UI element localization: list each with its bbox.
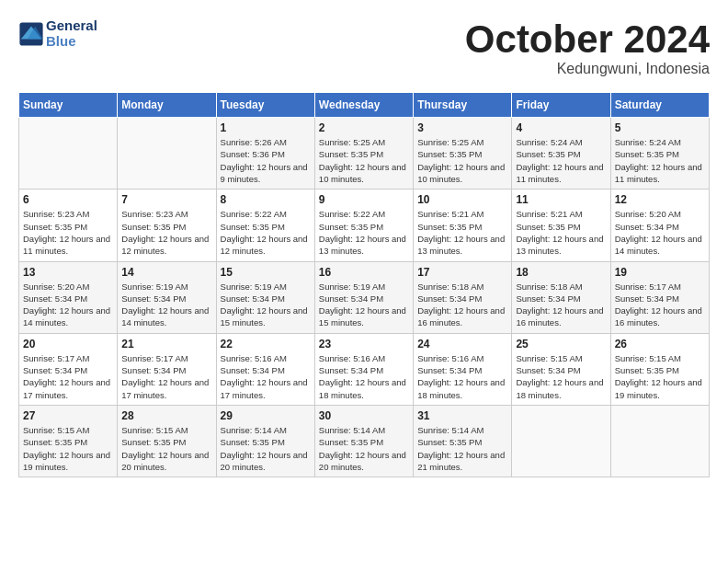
- day-number: 6: [23, 193, 113, 206]
- day-number: 4: [516, 121, 606, 134]
- day-number: 14: [121, 266, 211, 279]
- logo-line2: Blue: [46, 34, 97, 50]
- day-number: 27: [23, 409, 113, 422]
- cell-details: Sunrise: 5:18 AM Sunset: 5:34 PM Dayligh…: [516, 281, 606, 329]
- calendar-week-row: 27Sunrise: 5:15 AM Sunset: 5:35 PM Dayli…: [19, 405, 710, 477]
- day-number: 28: [121, 409, 211, 422]
- day-number: 29: [221, 409, 311, 422]
- calendar-cell: 4Sunrise: 5:24 AM Sunset: 5:35 PM Daylig…: [512, 118, 610, 190]
- calendar-cell: 10Sunrise: 5:21 AM Sunset: 5:35 PM Dayli…: [414, 190, 512, 261]
- day-number: 21: [121, 338, 211, 350]
- cell-details: Sunrise: 5:25 AM Sunset: 5:35 PM Dayligh…: [417, 136, 507, 185]
- cell-details: Sunrise: 5:20 AM Sunset: 5:34 PM Dayligh…: [23, 281, 113, 329]
- cell-details: Sunrise: 5:23 AM Sunset: 5:35 PM Dayligh…: [23, 208, 113, 257]
- column-header-saturday: Saturday: [610, 93, 709, 118]
- calendar-cell: 15Sunrise: 5:19 AM Sunset: 5:34 PM Dayli…: [216, 261, 314, 333]
- column-header-monday: Monday: [118, 93, 216, 118]
- calendar-cell: 29Sunrise: 5:14 AM Sunset: 5:35 PM Dayli…: [216, 405, 314, 477]
- calendar-cell: 27Sunrise: 5:15 AM Sunset: 5:35 PM Dayli…: [19, 405, 118, 477]
- day-number: 16: [319, 266, 409, 279]
- day-number: 23: [319, 338, 409, 350]
- calendar-cell: 21Sunrise: 5:17 AM Sunset: 5:34 PM Dayli…: [118, 333, 216, 405]
- day-number: 5: [615, 121, 705, 134]
- calendar-week-row: 6Sunrise: 5:23 AM Sunset: 5:35 PM Daylig…: [19, 190, 710, 261]
- day-number: 18: [516, 266, 606, 279]
- cell-details: Sunrise: 5:15 AM Sunset: 5:35 PM Dayligh…: [615, 352, 705, 401]
- day-number: 7: [121, 193, 211, 206]
- day-number: 17: [417, 266, 507, 279]
- calendar-cell: 9Sunrise: 5:22 AM Sunset: 5:35 PM Daylig…: [314, 190, 413, 261]
- calendar-cell: 11Sunrise: 5:21 AM Sunset: 5:35 PM Dayli…: [512, 190, 610, 261]
- calendar-cell: 7Sunrise: 5:23 AM Sunset: 5:35 PM Daylig…: [118, 190, 216, 261]
- location-subtitle: Kedungwuni, Indonesia: [465, 61, 710, 77]
- cell-details: Sunrise: 5:24 AM Sunset: 5:35 PM Dayligh…: [615, 136, 705, 185]
- day-number: 30: [319, 409, 409, 422]
- day-number: 15: [221, 266, 311, 279]
- calendar-cell: 20Sunrise: 5:17 AM Sunset: 5:34 PM Dayli…: [19, 333, 118, 405]
- column-header-wednesday: Wednesday: [314, 93, 413, 118]
- calendar-cell: 28Sunrise: 5:15 AM Sunset: 5:35 PM Dayli…: [118, 405, 216, 477]
- cell-details: Sunrise: 5:20 AM Sunset: 5:34 PM Dayligh…: [615, 208, 705, 257]
- cell-details: Sunrise: 5:16 AM Sunset: 5:34 PM Dayligh…: [221, 352, 311, 401]
- calendar-cell: 23Sunrise: 5:16 AM Sunset: 5:34 PM Dayli…: [314, 333, 413, 405]
- column-header-thursday: Thursday: [414, 93, 512, 118]
- cell-details: Sunrise: 5:24 AM Sunset: 5:35 PM Dayligh…: [516, 136, 606, 185]
- day-number: 24: [417, 338, 507, 350]
- day-number: 9: [319, 193, 409, 206]
- calendar-cell: 13Sunrise: 5:20 AM Sunset: 5:34 PM Dayli…: [19, 261, 118, 333]
- cell-details: Sunrise: 5:19 AM Sunset: 5:34 PM Dayligh…: [221, 281, 311, 329]
- calendar-table: SundayMondayTuesdayWednesdayThursdayFrid…: [18, 92, 710, 477]
- calendar-cell: 14Sunrise: 5:19 AM Sunset: 5:34 PM Dayli…: [118, 261, 216, 333]
- day-number: 11: [516, 193, 606, 206]
- logo: General Blue: [18, 18, 97, 49]
- day-number: 10: [417, 193, 507, 206]
- cell-details: Sunrise: 5:21 AM Sunset: 5:35 PM Dayligh…: [417, 208, 507, 257]
- calendar-cell: 6Sunrise: 5:23 AM Sunset: 5:35 PM Daylig…: [19, 190, 118, 261]
- calendar-cell: 3Sunrise: 5:25 AM Sunset: 5:35 PM Daylig…: [414, 118, 512, 190]
- cell-details: Sunrise: 5:15 AM Sunset: 5:35 PM Dayligh…: [23, 424, 113, 473]
- day-number: 2: [319, 121, 409, 134]
- day-number: 8: [221, 193, 311, 206]
- calendar-cell: 16Sunrise: 5:19 AM Sunset: 5:34 PM Dayli…: [314, 261, 413, 333]
- day-number: 13: [23, 266, 113, 279]
- day-number: 22: [221, 338, 311, 350]
- calendar-cell: [19, 118, 118, 190]
- calendar-cell: [512, 405, 610, 477]
- cell-details: Sunrise: 5:15 AM Sunset: 5:34 PM Dayligh…: [516, 352, 606, 401]
- logo-icon: [18, 21, 44, 47]
- logo-line1: General: [46, 18, 97, 34]
- calendar-cell: [610, 405, 709, 477]
- day-number: 1: [221, 121, 311, 134]
- cell-details: Sunrise: 5:25 AM Sunset: 5:35 PM Dayligh…: [319, 136, 409, 185]
- calendar-cell: 22Sunrise: 5:16 AM Sunset: 5:34 PM Dayli…: [216, 333, 314, 405]
- cell-details: Sunrise: 5:16 AM Sunset: 5:34 PM Dayligh…: [319, 352, 409, 401]
- cell-details: Sunrise: 5:17 AM Sunset: 5:34 PM Dayligh…: [23, 352, 113, 401]
- calendar-cell: 1Sunrise: 5:26 AM Sunset: 5:36 PM Daylig…: [216, 118, 314, 190]
- calendar-header-row: SundayMondayTuesdayWednesdayThursdayFrid…: [19, 93, 710, 118]
- column-header-tuesday: Tuesday: [216, 93, 314, 118]
- calendar-cell: [118, 118, 216, 190]
- day-number: 31: [417, 409, 507, 422]
- cell-details: Sunrise: 5:14 AM Sunset: 5:35 PM Dayligh…: [221, 424, 311, 473]
- cell-details: Sunrise: 5:14 AM Sunset: 5:35 PM Dayligh…: [417, 424, 507, 473]
- calendar-cell: 17Sunrise: 5:18 AM Sunset: 5:34 PM Dayli…: [414, 261, 512, 333]
- calendar-cell: 19Sunrise: 5:17 AM Sunset: 5:34 PM Dayli…: [610, 261, 709, 333]
- cell-details: Sunrise: 5:26 AM Sunset: 5:36 PM Dayligh…: [221, 136, 311, 185]
- cell-details: Sunrise: 5:21 AM Sunset: 5:35 PM Dayligh…: [516, 208, 606, 257]
- cell-details: Sunrise: 5:15 AM Sunset: 5:35 PM Dayligh…: [121, 424, 211, 473]
- cell-details: Sunrise: 5:22 AM Sunset: 5:35 PM Dayligh…: [319, 208, 409, 257]
- calendar-cell: 18Sunrise: 5:18 AM Sunset: 5:34 PM Dayli…: [512, 261, 610, 333]
- calendar-cell: 30Sunrise: 5:14 AM Sunset: 5:35 PM Dayli…: [314, 405, 413, 477]
- day-number: 20: [23, 338, 113, 350]
- page-header: General Blue October 2024 Kedungwuni, In…: [18, 18, 710, 77]
- cell-details: Sunrise: 5:16 AM Sunset: 5:34 PM Dayligh…: [417, 352, 507, 401]
- title-block: October 2024 Kedungwuni, Indonesia: [465, 18, 710, 77]
- cell-details: Sunrise: 5:17 AM Sunset: 5:34 PM Dayligh…: [121, 352, 211, 401]
- day-number: 19: [615, 266, 705, 279]
- cell-details: Sunrise: 5:19 AM Sunset: 5:34 PM Dayligh…: [121, 281, 211, 329]
- day-number: 25: [516, 338, 606, 350]
- day-number: 3: [417, 121, 507, 134]
- calendar-cell: 24Sunrise: 5:16 AM Sunset: 5:34 PM Dayli…: [414, 333, 512, 405]
- calendar-cell: 8Sunrise: 5:22 AM Sunset: 5:35 PM Daylig…: [216, 190, 314, 261]
- cell-details: Sunrise: 5:19 AM Sunset: 5:34 PM Dayligh…: [319, 281, 409, 329]
